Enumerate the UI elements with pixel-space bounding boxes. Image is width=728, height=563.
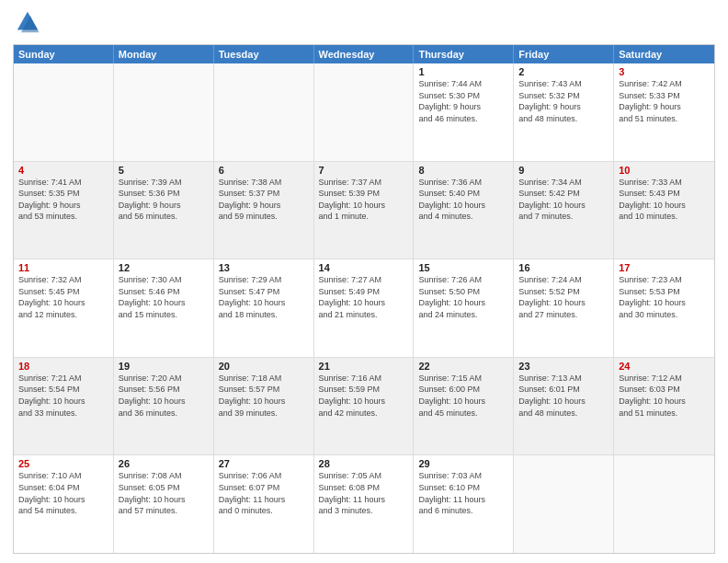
day-number: 24 xyxy=(619,361,710,372)
cal-cell-1-3 xyxy=(214,63,314,161)
day-number: 8 xyxy=(418,165,508,176)
day-number: 12 xyxy=(119,262,209,273)
day-number: 23 xyxy=(518,361,609,372)
day-number: 3 xyxy=(619,66,710,77)
day-info: Sunrise: 7:27 AMSunset: 5:49 PMDaylight:… xyxy=(319,274,409,320)
day-number: 11 xyxy=(18,262,108,273)
day-number: 16 xyxy=(518,262,609,273)
header-cell-tuesday: Tuesday xyxy=(214,45,314,63)
day-info: Sunrise: 7:29 AMSunset: 5:47 PMDaylight:… xyxy=(219,274,309,320)
cal-cell-5-5: 29Sunrise: 7:03 AMSunset: 6:10 PMDayligh… xyxy=(414,455,514,553)
cal-cell-3-1: 11Sunrise: 7:32 AMSunset: 5:45 PMDayligh… xyxy=(14,259,114,357)
header-cell-saturday: Saturday xyxy=(614,45,714,63)
cal-cell-3-3: 13Sunrise: 7:29 AMSunset: 5:47 PMDayligh… xyxy=(214,259,314,357)
day-number: 27 xyxy=(219,458,309,469)
cal-cell-3-7: 17Sunrise: 7:23 AMSunset: 5:53 PMDayligh… xyxy=(614,259,714,357)
cal-cell-4-5: 22Sunrise: 7:15 AMSunset: 6:00 PMDayligh… xyxy=(414,358,514,455)
cal-cell-5-4: 28Sunrise: 7:05 AMSunset: 6:08 PMDayligh… xyxy=(314,455,415,553)
day-number: 17 xyxy=(619,262,710,273)
day-number: 26 xyxy=(119,458,209,469)
cal-cell-1-1 xyxy=(14,63,114,161)
calendar-row-5: 25Sunrise: 7:10 AMSunset: 6:04 PMDayligh… xyxy=(14,455,714,553)
calendar-body: 1Sunrise: 7:44 AMSunset: 5:30 PMDaylight… xyxy=(14,63,714,553)
day-number: 29 xyxy=(418,458,508,469)
day-number: 9 xyxy=(518,165,609,176)
cal-cell-2-6: 9Sunrise: 7:34 AMSunset: 5:42 PMDaylight… xyxy=(514,162,614,259)
header-cell-thursday: Thursday xyxy=(414,45,514,63)
day-number: 10 xyxy=(619,165,710,176)
cal-cell-1-4 xyxy=(314,63,415,161)
calendar-row-4: 18Sunrise: 7:21 AMSunset: 5:54 PMDayligh… xyxy=(14,358,714,456)
header-cell-wednesday: Wednesday xyxy=(314,45,415,63)
calendar: SundayMondayTuesdayWednesdayThursdayFrid… xyxy=(13,44,715,554)
day-info: Sunrise: 7:44 AMSunset: 5:30 PMDaylight:… xyxy=(418,78,508,124)
day-number: 13 xyxy=(219,262,309,273)
cal-cell-4-7: 24Sunrise: 7:12 AMSunset: 6:03 PMDayligh… xyxy=(614,358,714,455)
cal-cell-3-6: 16Sunrise: 7:24 AMSunset: 5:52 PMDayligh… xyxy=(514,259,614,357)
day-info: Sunrise: 7:42 AMSunset: 5:33 PMDaylight:… xyxy=(619,78,710,124)
day-number: 5 xyxy=(119,165,209,176)
logo-icon xyxy=(15,9,40,35)
calendar-row-3: 11Sunrise: 7:32 AMSunset: 5:45 PMDayligh… xyxy=(14,259,714,358)
calendar-row-2: 4Sunrise: 7:41 AMSunset: 5:35 PMDaylight… xyxy=(14,162,714,260)
day-number: 28 xyxy=(319,458,409,469)
day-info: Sunrise: 7:03 AMSunset: 6:10 PMDaylight:… xyxy=(418,470,508,516)
day-info: Sunrise: 7:24 AMSunset: 5:52 PMDaylight:… xyxy=(518,274,609,320)
day-number: 20 xyxy=(219,361,309,372)
day-info: Sunrise: 7:30 AMSunset: 5:46 PMDaylight:… xyxy=(119,274,209,320)
day-info: Sunrise: 7:39 AMSunset: 5:36 PMDaylight:… xyxy=(119,177,209,223)
cal-cell-1-2 xyxy=(114,63,214,161)
header-cell-sunday: Sunday xyxy=(14,45,114,63)
cal-cell-3-2: 12Sunrise: 7:30 AMSunset: 5:46 PMDayligh… xyxy=(114,259,214,357)
day-info: Sunrise: 7:13 AMSunset: 6:01 PMDaylight:… xyxy=(518,373,609,419)
day-info: Sunrise: 7:23 AMSunset: 5:53 PMDaylight:… xyxy=(619,274,710,320)
cal-cell-3-4: 14Sunrise: 7:27 AMSunset: 5:49 PMDayligh… xyxy=(314,259,415,357)
cal-cell-2-1: 4Sunrise: 7:41 AMSunset: 5:35 PMDaylight… xyxy=(14,162,114,259)
day-info: Sunrise: 7:20 AMSunset: 5:56 PMDaylight:… xyxy=(119,373,209,419)
day-info: Sunrise: 7:36 AMSunset: 5:40 PMDaylight:… xyxy=(418,177,508,223)
day-number: 15 xyxy=(418,262,508,273)
cal-cell-1-6: 2Sunrise: 7:43 AMSunset: 5:32 PMDaylight… xyxy=(514,63,614,161)
day-number: 1 xyxy=(418,66,508,77)
day-number: 7 xyxy=(319,165,409,176)
day-number: 21 xyxy=(319,361,409,372)
day-info: Sunrise: 7:12 AMSunset: 6:03 PMDaylight:… xyxy=(619,373,710,419)
cal-cell-5-2: 26Sunrise: 7:08 AMSunset: 6:05 PMDayligh… xyxy=(114,455,214,553)
day-info: Sunrise: 7:26 AMSunset: 5:50 PMDaylight:… xyxy=(418,274,508,320)
day-info: Sunrise: 7:08 AMSunset: 6:05 PMDaylight:… xyxy=(119,470,209,516)
header-cell-monday: Monday xyxy=(114,45,214,63)
cal-cell-4-2: 19Sunrise: 7:20 AMSunset: 5:56 PMDayligh… xyxy=(114,358,214,455)
logo xyxy=(13,9,40,39)
day-info: Sunrise: 7:18 AMSunset: 5:57 PMDaylight:… xyxy=(219,373,309,419)
cal-cell-4-6: 23Sunrise: 7:13 AMSunset: 6:01 PMDayligh… xyxy=(514,358,614,455)
cal-cell-2-5: 8Sunrise: 7:36 AMSunset: 5:40 PMDaylight… xyxy=(414,162,514,259)
cal-cell-1-7: 3Sunrise: 7:42 AMSunset: 5:33 PMDaylight… xyxy=(614,63,714,161)
day-info: Sunrise: 7:38 AMSunset: 5:37 PMDaylight:… xyxy=(219,177,309,223)
day-info: Sunrise: 7:37 AMSunset: 5:39 PMDaylight:… xyxy=(319,177,409,223)
day-info: Sunrise: 7:41 AMSunset: 5:35 PMDaylight:… xyxy=(18,177,108,223)
cal-cell-2-2: 5Sunrise: 7:39 AMSunset: 5:36 PMDaylight… xyxy=(114,162,214,259)
day-info: Sunrise: 7:06 AMSunset: 6:07 PMDaylight:… xyxy=(219,470,309,516)
cal-cell-4-1: 18Sunrise: 7:21 AMSunset: 5:54 PMDayligh… xyxy=(14,358,114,455)
page: SundayMondayTuesdayWednesdayThursdayFrid… xyxy=(0,0,728,563)
day-number: 19 xyxy=(119,361,209,372)
calendar-header: SundayMondayTuesdayWednesdayThursdayFrid… xyxy=(14,45,714,63)
day-info: Sunrise: 7:34 AMSunset: 5:42 PMDaylight:… xyxy=(518,177,609,223)
calendar-row-1: 1Sunrise: 7:44 AMSunset: 5:30 PMDaylight… xyxy=(14,63,714,162)
day-number: 25 xyxy=(18,458,108,469)
day-number: 6 xyxy=(219,165,309,176)
day-number: 18 xyxy=(18,361,108,372)
day-number: 2 xyxy=(518,66,609,77)
cal-cell-5-3: 27Sunrise: 7:06 AMSunset: 6:07 PMDayligh… xyxy=(214,455,314,553)
cal-cell-5-6 xyxy=(514,455,614,553)
cal-cell-5-1: 25Sunrise: 7:10 AMSunset: 6:04 PMDayligh… xyxy=(14,455,114,553)
cal-cell-3-5: 15Sunrise: 7:26 AMSunset: 5:50 PMDayligh… xyxy=(414,259,514,357)
cal-cell-2-7: 10Sunrise: 7:33 AMSunset: 5:43 PMDayligh… xyxy=(614,162,714,259)
cal-cell-1-5: 1Sunrise: 7:44 AMSunset: 5:30 PMDaylight… xyxy=(414,63,514,161)
day-number: 4 xyxy=(18,165,108,176)
cal-cell-4-4: 21Sunrise: 7:16 AMSunset: 5:59 PMDayligh… xyxy=(314,358,415,455)
day-info: Sunrise: 7:32 AMSunset: 5:45 PMDaylight:… xyxy=(18,274,108,320)
day-info: Sunrise: 7:15 AMSunset: 6:00 PMDaylight:… xyxy=(418,373,508,419)
cal-cell-5-7 xyxy=(614,455,714,553)
day-number: 14 xyxy=(319,262,409,273)
